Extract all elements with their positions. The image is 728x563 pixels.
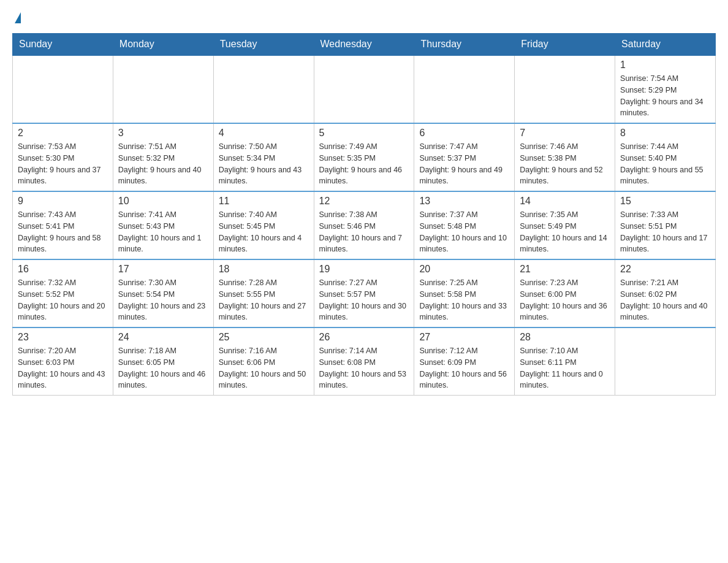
day-info: Sunrise: 7:10 AMSunset: 6:11 PMDaylight:… — [520, 345, 610, 391]
day-info: Sunrise: 7:25 AMSunset: 5:58 PMDaylight:… — [419, 277, 509, 323]
day-info: Sunrise: 7:32 AMSunset: 5:52 PMDaylight:… — [18, 277, 108, 323]
day-number: 12 — [319, 196, 409, 207]
day-number: 15 — [620, 196, 710, 207]
day-number: 9 — [18, 196, 108, 207]
day-number: 17 — [118, 264, 208, 275]
logo — [12, 12, 22, 23]
day-number: 26 — [319, 332, 409, 343]
day-number: 13 — [419, 196, 509, 207]
day-info: Sunrise: 7:27 AMSunset: 5:57 PMDaylight:… — [319, 277, 409, 323]
calendar-cell — [414, 55, 515, 123]
day-info: Sunrise: 7:54 AMSunset: 5:29 PMDaylight:… — [620, 73, 710, 119]
day-number: 3 — [118, 128, 208, 139]
calendar-week-row: 23Sunrise: 7:20 AMSunset: 6:03 PMDayligh… — [13, 327, 716, 396]
calendar-cell: 26Sunrise: 7:14 AMSunset: 6:08 PMDayligh… — [314, 327, 414, 396]
day-info: Sunrise: 7:30 AMSunset: 5:54 PMDaylight:… — [118, 277, 208, 323]
calendar-cell: 4Sunrise: 7:50 AMSunset: 5:34 PMDaylight… — [213, 123, 314, 191]
calendar: SundayMondayTuesdayWednesdayThursdayFrid… — [12, 33, 716, 396]
calendar-cell: 12Sunrise: 7:38 AMSunset: 5:46 PMDayligh… — [314, 191, 414, 259]
day-number: 27 — [419, 332, 509, 343]
calendar-cell: 25Sunrise: 7:16 AMSunset: 6:06 PMDayligh… — [213, 327, 314, 396]
calendar-cell — [615, 327, 716, 396]
day-number: 4 — [219, 128, 309, 139]
day-info: Sunrise: 7:23 AMSunset: 6:00 PMDaylight:… — [520, 277, 610, 323]
calendar-week-row: 9Sunrise: 7:43 AMSunset: 5:41 PMDaylight… — [13, 191, 716, 259]
day-number: 22 — [620, 264, 710, 275]
day-number: 28 — [520, 332, 610, 343]
page-header — [12, 12, 716, 23]
calendar-cell: 17Sunrise: 7:30 AMSunset: 5:54 PMDayligh… — [113, 259, 213, 327]
day-number: 11 — [219, 196, 309, 207]
calendar-cell — [515, 55, 615, 123]
day-number: 18 — [219, 264, 309, 275]
calendar-cell: 21Sunrise: 7:23 AMSunset: 6:00 PMDayligh… — [515, 259, 615, 327]
day-info: Sunrise: 7:38 AMSunset: 5:46 PMDaylight:… — [319, 209, 409, 255]
day-number: 19 — [319, 264, 409, 275]
calendar-cell: 20Sunrise: 7:25 AMSunset: 5:58 PMDayligh… — [414, 259, 515, 327]
day-info: Sunrise: 7:50 AMSunset: 5:34 PMDaylight:… — [219, 141, 309, 187]
calendar-day-header: Thursday — [414, 34, 515, 56]
calendar-cell: 11Sunrise: 7:40 AMSunset: 5:45 PMDayligh… — [213, 191, 314, 259]
calendar-cell — [13, 55, 113, 123]
day-info: Sunrise: 7:47 AMSunset: 5:37 PMDaylight:… — [419, 141, 509, 187]
calendar-cell: 3Sunrise: 7:51 AMSunset: 5:32 PMDaylight… — [113, 123, 213, 191]
day-info: Sunrise: 7:51 AMSunset: 5:32 PMDaylight:… — [118, 141, 208, 187]
calendar-cell: 1Sunrise: 7:54 AMSunset: 5:29 PMDaylight… — [615, 55, 716, 123]
day-number: 10 — [118, 196, 208, 207]
day-info: Sunrise: 7:33 AMSunset: 5:51 PMDaylight:… — [620, 209, 710, 255]
day-info: Sunrise: 7:14 AMSunset: 6:08 PMDaylight:… — [319, 345, 409, 391]
day-info: Sunrise: 7:16 AMSunset: 6:06 PMDaylight:… — [219, 345, 309, 391]
calendar-header-row: SundayMondayTuesdayWednesdayThursdayFrid… — [13, 34, 716, 56]
calendar-cell: 7Sunrise: 7:46 AMSunset: 5:38 PMDaylight… — [515, 123, 615, 191]
day-number: 24 — [118, 332, 208, 343]
calendar-cell: 22Sunrise: 7:21 AMSunset: 6:02 PMDayligh… — [615, 259, 716, 327]
day-info: Sunrise: 7:53 AMSunset: 5:30 PMDaylight:… — [18, 141, 108, 187]
calendar-day-header: Sunday — [13, 34, 113, 56]
day-info: Sunrise: 7:46 AMSunset: 5:38 PMDaylight:… — [520, 141, 610, 187]
day-info: Sunrise: 7:43 AMSunset: 5:41 PMDaylight:… — [18, 209, 108, 255]
calendar-week-row: 1Sunrise: 7:54 AMSunset: 5:29 PMDaylight… — [13, 55, 716, 123]
calendar-day-header: Friday — [515, 34, 615, 56]
day-info: Sunrise: 7:12 AMSunset: 6:09 PMDaylight:… — [419, 345, 509, 391]
day-number: 16 — [18, 264, 108, 275]
calendar-day-header: Wednesday — [314, 34, 414, 56]
calendar-cell: 27Sunrise: 7:12 AMSunset: 6:09 PMDayligh… — [414, 327, 515, 396]
day-info: Sunrise: 7:44 AMSunset: 5:40 PMDaylight:… — [620, 141, 710, 187]
day-number: 7 — [520, 128, 610, 139]
logo-text — [12, 12, 22, 23]
day-number: 14 — [520, 196, 610, 207]
day-info: Sunrise: 7:41 AMSunset: 5:43 PMDaylight:… — [118, 209, 208, 255]
calendar-cell: 9Sunrise: 7:43 AMSunset: 5:41 PMDaylight… — [13, 191, 113, 259]
logo-triangle-icon — [15, 12, 21, 23]
calendar-cell: 2Sunrise: 7:53 AMSunset: 5:30 PMDaylight… — [13, 123, 113, 191]
calendar-cell: 10Sunrise: 7:41 AMSunset: 5:43 PMDayligh… — [113, 191, 213, 259]
day-number: 6 — [419, 128, 509, 139]
day-number: 20 — [419, 264, 509, 275]
day-number: 5 — [319, 128, 409, 139]
calendar-day-header: Monday — [113, 34, 213, 56]
calendar-cell: 6Sunrise: 7:47 AMSunset: 5:37 PMDaylight… — [414, 123, 515, 191]
calendar-cell: 15Sunrise: 7:33 AMSunset: 5:51 PMDayligh… — [615, 191, 716, 259]
day-number: 21 — [520, 264, 610, 275]
calendar-cell: 24Sunrise: 7:18 AMSunset: 6:05 PMDayligh… — [113, 327, 213, 396]
day-number: 23 — [18, 332, 108, 343]
calendar-cell: 19Sunrise: 7:27 AMSunset: 5:57 PMDayligh… — [314, 259, 414, 327]
day-number: 1 — [620, 59, 710, 71]
calendar-cell: 28Sunrise: 7:10 AMSunset: 6:11 PMDayligh… — [515, 327, 615, 396]
day-number: 2 — [18, 128, 108, 139]
calendar-cell: 8Sunrise: 7:44 AMSunset: 5:40 PMDaylight… — [615, 123, 716, 191]
calendar-cell: 5Sunrise: 7:49 AMSunset: 5:35 PMDaylight… — [314, 123, 414, 191]
calendar-week-row: 2Sunrise: 7:53 AMSunset: 5:30 PMDaylight… — [13, 123, 716, 191]
calendar-cell: 23Sunrise: 7:20 AMSunset: 6:03 PMDayligh… — [13, 327, 113, 396]
day-info: Sunrise: 7:37 AMSunset: 5:48 PMDaylight:… — [419, 209, 509, 255]
day-number: 8 — [620, 128, 710, 139]
day-number: 25 — [219, 332, 309, 343]
day-info: Sunrise: 7:18 AMSunset: 6:05 PMDaylight:… — [118, 345, 208, 391]
day-info: Sunrise: 7:20 AMSunset: 6:03 PMDaylight:… — [18, 345, 108, 391]
calendar-cell — [113, 55, 213, 123]
calendar-day-header: Tuesday — [213, 34, 314, 56]
calendar-cell: 18Sunrise: 7:28 AMSunset: 5:55 PMDayligh… — [213, 259, 314, 327]
day-info: Sunrise: 7:40 AMSunset: 5:45 PMDaylight:… — [219, 209, 309, 255]
calendar-cell — [213, 55, 314, 123]
calendar-cell: 13Sunrise: 7:37 AMSunset: 5:48 PMDayligh… — [414, 191, 515, 259]
